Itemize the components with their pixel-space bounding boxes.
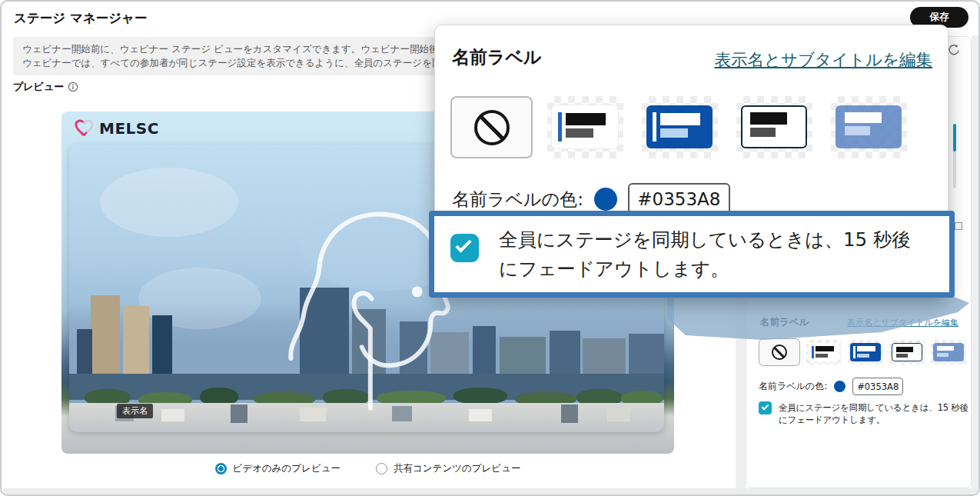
preview-section-header: プレビュー bbox=[13, 80, 78, 94]
panel-label-style-options bbox=[759, 338, 966, 366]
popup-fade-text: 全員にステージを同期しているときは、15 秒後 にフェードアウトします。 bbox=[499, 225, 911, 284]
bottom-gutter bbox=[3, 488, 980, 496]
panel-edit-display-name-link[interactable]: 表示名とサブタイトルを編集 bbox=[847, 317, 958, 328]
panel-fade-checkbox-row: 全員にステージを同期しているときは、15 秒後 にフェードアウトします。 bbox=[759, 401, 972, 426]
fade-setting-highlight-box: 全員にステージを同期しているときは、15 秒後 にフェードアウトします。 bbox=[429, 211, 955, 298]
page-title: ステージ マネージャー bbox=[14, 10, 147, 27]
panel-color-label: 名前ラベルの色: bbox=[759, 380, 827, 393]
radio-video-only-label: ビデオのみのプレビュー bbox=[233, 462, 341, 475]
radio-selected-icon[interactable] bbox=[215, 463, 227, 474]
popup-label-style-options bbox=[435, 96, 948, 158]
refresh-icon[interactable] bbox=[947, 44, 960, 57]
popup-name-label-title: 名前ラベル bbox=[452, 45, 542, 69]
info-icon bbox=[68, 82, 78, 92]
popup-label-style-white-accent-bar[interactable] bbox=[547, 96, 623, 158]
radio-video-only[interactable]: ビデオのみのプレビュー bbox=[215, 462, 341, 475]
panel-label-style-white-outlined[interactable] bbox=[889, 340, 925, 365]
panel-color-swatch[interactable] bbox=[834, 381, 845, 392]
building bbox=[91, 295, 120, 386]
building bbox=[161, 409, 184, 421]
popup-edit-display-name-link[interactable]: 表示名とサブタイトルを編集 bbox=[714, 48, 932, 71]
right-gutter bbox=[972, 35, 980, 489]
preview-mode-radios: ビデオのみのプレビュー 共有コンテンツのプレビュー bbox=[61, 462, 674, 475]
panel-label-style-none[interactable] bbox=[759, 338, 800, 366]
popup-label-style-translucent-blue[interactable] bbox=[831, 96, 907, 158]
popup-color-label: 名前ラベルの色: bbox=[452, 188, 583, 211]
panel-fade-checkbox[interactable] bbox=[759, 401, 772, 414]
building bbox=[607, 408, 630, 421]
panel-label-style-translucent-blue[interactable] bbox=[931, 340, 966, 365]
melsc-logo-heart-icon bbox=[74, 118, 95, 138]
resize-handle bbox=[955, 222, 962, 230]
tree-band bbox=[453, 388, 507, 404]
checkmark-icon bbox=[761, 403, 769, 411]
building bbox=[469, 409, 492, 421]
building bbox=[231, 404, 247, 423]
prohibition-icon bbox=[772, 345, 787, 360]
radio-unselected-icon[interactable] bbox=[376, 463, 387, 474]
panel-label-style-blue-accent-bar[interactable] bbox=[848, 340, 883, 365]
stage-manager-page: ステージ マネージャー 保存 ウェビナー開始前に、ウェビナー ステージ ビューを… bbox=[0, 0, 980, 496]
watercolor-patch bbox=[100, 168, 238, 237]
popup-label-style-none[interactable] bbox=[450, 96, 533, 158]
radio-shared-content[interactable]: 共有コンテンツのプレビュー bbox=[376, 462, 520, 475]
display-name-badge: 表示名 bbox=[117, 404, 153, 418]
popup-label-style-white-outlined[interactable] bbox=[736, 96, 812, 158]
panel-fade-text: 全員にステージを同期しているときは、15 秒後 にフェードアウトします。 bbox=[779, 401, 972, 426]
popup-label-style-blue-accent-bar[interactable] bbox=[642, 96, 718, 158]
checkmark-icon bbox=[455, 236, 471, 252]
preview-label: プレビュー bbox=[13, 80, 64, 94]
melsc-logo-text: MELSC bbox=[99, 119, 159, 138]
radio-shared-content-label: 共有コンテンツのプレビュー bbox=[394, 462, 520, 475]
melsc-logo: MELSC bbox=[74, 118, 159, 138]
panel-label-style-white-accent-bar[interactable] bbox=[806, 340, 842, 365]
panel-name-label-title: 名前ラベル bbox=[760, 316, 809, 329]
popup-color-swatch[interactable] bbox=[594, 188, 617, 211]
building bbox=[561, 404, 578, 423]
panel-color-hex-input[interactable] bbox=[852, 378, 903, 395]
popup-fade-checkbox[interactable] bbox=[450, 234, 479, 262]
panel-name-label-color-row: 名前ラベルの色: bbox=[759, 378, 903, 395]
panel-scrollbar-thumb[interactable] bbox=[953, 124, 956, 151]
prohibition-icon bbox=[474, 110, 510, 145]
